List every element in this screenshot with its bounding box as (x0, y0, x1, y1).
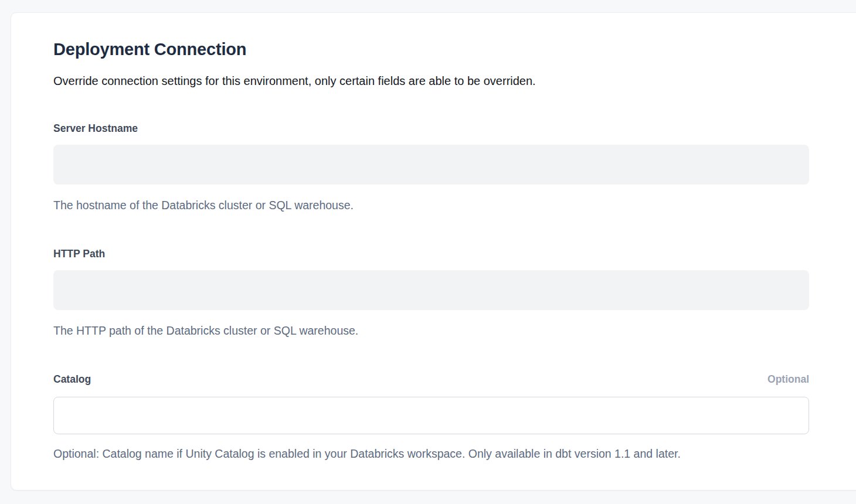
field-group-catalog: Catalog Optional Optional: Catalog name … (53, 373, 809, 461)
card-content: Deployment Connection Override connectio… (11, 13, 809, 461)
server-hostname-input (53, 145, 809, 185)
server-hostname-help: The hostname of the Databricks cluster o… (53, 198, 809, 213)
http-path-input (53, 270, 809, 310)
server-hostname-label: Server Hostname (53, 122, 138, 135)
catalog-help: Optional: Catalog name if Unity Catalog … (53, 447, 809, 461)
field-group-http-path: HTTP Path The HTTP path of the Databrick… (53, 247, 809, 338)
deployment-connection-card: Deployment Connection Override connectio… (11, 12, 856, 491)
catalog-input[interactable] (53, 397, 809, 434)
catalog-label: Catalog (53, 373, 91, 386)
page-title: Deployment Connection (53, 39, 809, 60)
field-group-server-hostname: Server Hostname The hostname of the Data… (53, 122, 809, 213)
catalog-optional-badge: Optional (767, 373, 809, 386)
http-path-help: The HTTP path of the Databricks cluster … (53, 323, 809, 338)
field-label-row: HTTP Path (53, 247, 809, 260)
field-label-row: Server Hostname (53, 122, 809, 135)
page-subtitle: Override connection settings for this en… (53, 73, 809, 88)
http-path-label: HTTP Path (53, 247, 105, 260)
field-label-row: Catalog Optional (53, 373, 809, 386)
